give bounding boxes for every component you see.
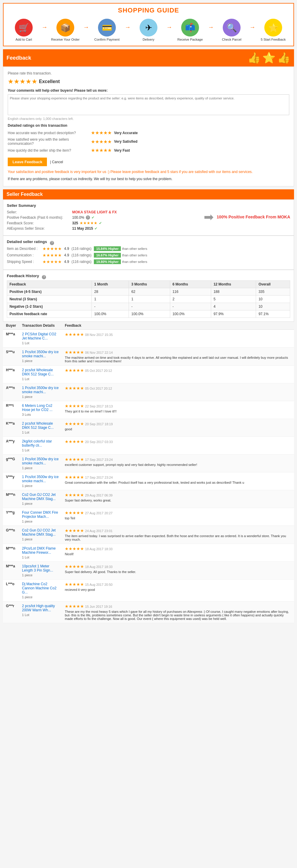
feedback-rating-row-0: How accurate was the product description… — [8, 130, 289, 135]
rating-stars-1[interactable]: ★★★★★ — [91, 139, 112, 145]
buyer-name-4: R***i — [6, 404, 14, 408]
tx-product-4[interactable]: 6 Meters Long Co2 Hose jet for CO2 ... — [22, 404, 59, 412]
tx-product-10[interactable]: Four Conner DMX Fire Projector Mach... — [22, 510, 59, 519]
positive-value: 100.0% — [72, 215, 84, 220]
guide-step-start-feedback: ⭐5 Start Feedback — [257, 19, 290, 41]
rating-stars-0[interactable]: ★★★★★ — [91, 130, 112, 135]
tx-product-1[interactable]: 1 Pcs/lot 3500w dry ice smoke machi... — [22, 350, 59, 358]
step-label-receive-package: Receive Package — [177, 38, 203, 41]
tx-detail-13: 10pcs/lot 1 Meter Length 3 Pin Sign... 1… — [19, 562, 62, 580]
tx-product-15[interactable]: 2 pcs/lot High quality 200W Warm Wh... — [22, 604, 59, 612]
history-cell-0-0: Positive (4-5 Stars) — [7, 288, 92, 296]
cancel-button[interactable]: | Cancel — [50, 160, 63, 164]
buyer-name-3: A***n — [6, 386, 15, 390]
tx-stars-14: ★★★★★ — [65, 582, 84, 587]
tx-product-12[interactable]: 2Pcs/Lot DMX Flame Machine Firewor... — [22, 546, 59, 555]
tx-product-8[interactable]: 1 Pcs/lot 3500w dry ice smoke machi... — [22, 475, 59, 483]
tx-comment-7: excellent customer support, prompt reply… — [65, 463, 291, 466]
tx-feedback-1: ★★★★★ 06 Nov 2017 22:14 The machine arri… — [62, 347, 294, 366]
history-row: Positive (4-5 Stars)2862116188335 — [7, 288, 290, 296]
tx-buyer-4: R***i — [3, 401, 19, 419]
tx-date-11: 24 Aug 2017 23:01 — [85, 529, 113, 533]
tx-row: M***a 10pcs/lot 1 Meter Length 3 Pin Sig… — [3, 562, 294, 580]
step-arrow: → — [41, 24, 48, 31]
history-cell-3-4: 97.9% — [211, 310, 256, 318]
tx-feedback-3: ★★★★★ 05 Oct 2017 20:12 — [62, 383, 294, 401]
info-icon-detailed[interactable]: ? — [50, 241, 54, 245]
tx-comment-11: The item arrived today. I was surprised … — [65, 534, 291, 541]
higher-badge-1: 16.67% Higher — [94, 253, 121, 257]
seller-name-row: Seller: MOKA STAGE LIGHT & FX — [7, 210, 198, 214]
leave-feedback-button[interactable]: Leave Feedback — [8, 158, 47, 166]
tx-buyer-10: Y***g — [3, 508, 19, 526]
tx-stars-0: ★★★★★ — [65, 332, 84, 337]
tx-date-3: 05 Oct 2017 20:12 — [85, 387, 112, 390]
tx-feedback-8: ★★★★★ 17 Sep 2017 23:24 Great communicat… — [62, 472, 294, 490]
tx-product-11[interactable]: Co2 Gun DJ CO2 Jet Machine DMX Stag... — [22, 528, 59, 536]
tx-product-6[interactable]: 2kg/lot colorful star butterfly cli... — [22, 439, 59, 447]
tx-row: V***y 1 Pcs/lot 3500w dry ice smoke mach… — [3, 472, 294, 490]
feedback-body: Please rate this transaction. ★★★★★ Exce… — [3, 66, 294, 186]
rating-stars-2[interactable]: ★★★★★ — [91, 148, 112, 153]
tx-product-3[interactable]: 1 Pcs/lot 3500w dry ice smoke machi... — [22, 386, 59, 394]
tx-product-13[interactable]: 10pcs/lot 1 Meter Length 3 Pin Sign... — [22, 564, 59, 572]
tx-product-0[interactable]: 2 PCS/lot Digital CO2 Jet Machine C... — [22, 332, 59, 340]
tx-buyer-8: V***y — [3, 472, 19, 490]
tx-row: R***i 6 Meters Long Co2 Hose jet for CO2… — [3, 401, 294, 419]
tx-col-header: Transaction Details — [19, 322, 62, 330]
guide-step-delivery: ✈Delivery — [132, 19, 165, 41]
seller-name[interactable]: MOKA STAGE LIGHT & FX — [72, 210, 117, 214]
tx-date-7: 17 Sep 2017 23:24 — [85, 458, 113, 461]
info-icon-positive[interactable]: ? — [86, 215, 90, 220]
history-cell-3-2: 100.0% — [129, 310, 170, 318]
tx-feedback-15: ★★★★★ 15 Jun 2017 19:16 These are my the… — [62, 601, 294, 623]
comments-label: Your comments will help other buyers! Pl… — [8, 88, 289, 93]
tx-row: M***n Co2 Gun DJ CO2 Jet Machine DMX Sta… — [3, 490, 294, 508]
feedback-score-row: Feedback Score: 325 ★★★★★ ✔ — [7, 221, 198, 225]
positive-feedback-label: 100% Positive Feedback From MOKA — [217, 215, 290, 219]
feedback-textarea[interactable] — [8, 94, 289, 115]
tx-qty-2: 1 Lot — [22, 377, 59, 381]
history-cell-1-4: 5 — [211, 296, 256, 303]
tx-stars-15: ★★★★★ — [65, 604, 84, 609]
tx-date-2: 05 Oct 2017 20:12 — [85, 369, 112, 372]
tx-col-header: Feedback — [62, 322, 294, 330]
tx-stars-1: ★★★★★ — [65, 350, 84, 354]
seller-feedback-title: Seller Feedback — [6, 192, 43, 197]
tx-product-7[interactable]: 1 Pcs/lot 3500w dry ice smoke machi... — [22, 457, 59, 465]
tx-buyer-11: G***n — [3, 526, 19, 544]
step-label-start-feedback: 5 Start Feedback — [261, 38, 286, 41]
seller-rating-count-2: (116 ratings) — [71, 260, 91, 264]
info-icon-history[interactable]: ? — [42, 275, 46, 279]
history-col-header: 6 Months — [170, 281, 211, 288]
star-display[interactable]: ★★★★★ — [8, 78, 37, 86]
positive-feedback-row: Positive Feedback (Past 6 months): 100.0… — [7, 215, 198, 220]
seller-rating-count-0: (116 ratings) — [71, 247, 91, 251]
tx-detail-10: Four Conner DMX Fire Projector Mach... 1… — [19, 508, 62, 526]
higher-badge-0: 15.84% Higher — [94, 246, 121, 251]
tx-stars-11: ★★★★★ — [65, 528, 84, 533]
check-icon-score: ✔ — [99, 221, 102, 225]
tx-buyer-12: M***n — [3, 544, 19, 562]
step-icon-receive-package: 📫 — [181, 19, 199, 36]
tx-product-2[interactable]: 2 pcs/lot Wholesale DMX 512 Stage C... — [22, 368, 59, 376]
tx-qty-13: 1 piece — [22, 573, 59, 577]
history-row: Neutral (3 Stars)112510 — [7, 296, 290, 303]
tx-row: H***a 2 pcs/lot Wholesale DMX 512 Stage … — [3, 366, 294, 383]
seller-rating-stars-2: ★★★★★ — [42, 259, 62, 264]
tx-product-9[interactable]: Co2 Gun DJ CO2 Jet Machine DMX Stag... — [22, 493, 59, 501]
tx-feedback-9: ★★★★★ 29 Aug 2017 06:39 Super fast deliv… — [62, 490, 294, 508]
tx-buyer-3: A***n — [3, 383, 19, 401]
tx-stars-4: ★★★★★ — [65, 404, 84, 408]
tx-comment-13: Super fast delivery. All good. Thanks to… — [65, 570, 291, 574]
tx-product-5[interactable]: 2 pcs/lot Wholesale DMX 512 Stage C... — [22, 422, 59, 430]
tx-row: L***o Dj Machine Co2 Cannon Machine Co2 … — [3, 580, 294, 601]
tx-comment-4: They got it to me on time!! I love it!!! — [65, 409, 291, 413]
tx-product-14[interactable]: Dj Machine Co2 Cannon Machine Co2 G... — [22, 582, 59, 594]
tx-detail-9: Co2 Gun DJ CO2 Jet Machine DMX Stag... 1… — [19, 490, 62, 508]
tx-date-9: 29 Aug 2017 06:39 — [85, 494, 113, 497]
guide-step-receive-order: 📦Receive Your Order — [49, 19, 82, 41]
tx-qty-8: 1 piece — [22, 484, 59, 488]
history-cell-3-0: Positive feedback rate — [7, 310, 92, 318]
tx-stars-7: ★★★★★ — [65, 457, 84, 462]
